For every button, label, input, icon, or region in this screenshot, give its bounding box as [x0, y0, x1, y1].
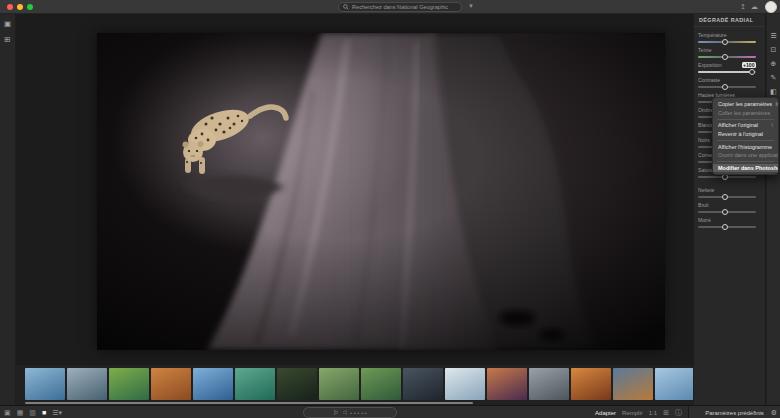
zoom-fit-button[interactable]: Adapter [595, 410, 616, 416]
slider-track[interactable] [698, 176, 756, 178]
slider-knob[interactable] [722, 84, 728, 90]
photo-grid-view-icon[interactable]: ▦ [17, 406, 24, 418]
filmstrip-thumbnails [25, 368, 693, 400]
filmstrip-thumbnail-lake-reflection[interactable] [529, 368, 569, 400]
crop-icon[interactable]: ⊡ [768, 44, 779, 55]
slider-track[interactable] [698, 226, 756, 228]
slider-label: Teinte [698, 47, 712, 53]
menu-divider [717, 119, 774, 120]
zoom-1-1-button[interactable]: 1:1 [649, 410, 657, 416]
search-input[interactable]: Recherchez dans National Geographic [338, 2, 462, 12]
filmstrip-thumbnail-iceberg-waterfall[interactable] [193, 368, 233, 400]
slider-knob[interactable] [722, 54, 728, 60]
rating-dot-2[interactable]: • [354, 408, 356, 418]
filmstrip-thumbnail-sunset-tree[interactable] [487, 368, 527, 400]
flag-rating-control: ⚐ ⚐ ••••• [303, 407, 397, 418]
slider-row-3: Contraste [694, 77, 765, 88]
filmstrip-thumbnail-desert-dunes[interactable] [151, 368, 191, 400]
detail-view-icon[interactable]: ■ [42, 406, 46, 418]
brush-icon[interactable]: ✎ [768, 72, 779, 83]
menu-item-afficher-histogramme[interactable]: Afficher l'histogramme [713, 142, 778, 151]
filmstrip-thumbnail-underwater-reef[interactable] [235, 368, 275, 400]
rating-dots[interactable]: ••••• [350, 408, 367, 418]
filmstrip-thumbnail-frosted-leaves[interactable] [445, 368, 485, 400]
menu-item-ouvrir-application: Ouvrir dans une application› [713, 151, 778, 160]
photo-leopard[interactable] [97, 33, 665, 350]
reject-flag-icon[interactable]: ⚐ [342, 408, 347, 418]
presets-button[interactable]: Paramètres prédéfinis [705, 410, 764, 416]
filmstrip-thumbnail-dark-ridge[interactable] [403, 368, 443, 400]
slider-track[interactable] [698, 86, 756, 88]
zoom-fill-button[interactable]: Remplir [622, 410, 643, 416]
slider-label: Netteté [698, 187, 714, 193]
left-rail: ▣⊞ [0, 14, 16, 405]
statusbar: ▣▦▥■☰▾ ⚐ ⚐ ••••• Adapter Remplir 1:1 ⊞ ⓘ… [0, 405, 780, 418]
minimize-button[interactable] [17, 4, 23, 10]
slider-value: +100 [742, 62, 756, 68]
rating-dot-4[interactable]: • [361, 408, 363, 418]
rating-dot-1[interactable]: • [350, 408, 352, 418]
menu-item-revenir-original[interactable]: Revenir à l'original [713, 130, 778, 139]
filmstrip-thumbnail-coastal-mountains[interactable] [67, 368, 107, 400]
info-icon[interactable]: ⓘ [675, 406, 682, 418]
filmstrip-thumbnail-dark-forest[interactable] [277, 368, 317, 400]
rating-dot-5[interactable]: • [365, 408, 367, 418]
linear-gradient-icon[interactable]: ◧ [768, 86, 779, 97]
pick-flag-icon[interactable]: ⚐ [333, 408, 338, 418]
close-button[interactable] [7, 4, 13, 10]
menu-item-copier-les-parametres[interactable]: Copier les paramètres⌘C [713, 100, 778, 109]
filmstrip-thumbnail-misty-valley[interactable] [319, 368, 359, 400]
slider-track[interactable] [698, 41, 756, 43]
presets-icon[interactable]: ⚙ [771, 406, 777, 418]
sort-icon[interactable]: ☰▾ [52, 406, 62, 418]
share-icon[interactable]: ↥ [740, 2, 746, 12]
slider-knob[interactable] [722, 224, 728, 230]
slider-track[interactable] [698, 71, 756, 73]
slider-knob[interactable] [722, 209, 728, 215]
edit-sliders-icon[interactable]: ☰ [768, 30, 779, 41]
slider-label: Exposition [698, 62, 722, 68]
edit-panel: DÉGRADÉ RADIAL TempératureTeinteExpositi… [693, 14, 765, 405]
filmstrip-scrollbar[interactable] [25, 402, 473, 404]
slider-label: Noirs [698, 137, 710, 143]
slider-label: Blancs [698, 122, 713, 128]
cloud-sync-icon[interactable]: ☁ [751, 2, 758, 12]
filmstrip-thumbnail-autumn-lake-valley[interactable] [613, 368, 653, 400]
filmstrip-thumbnail-orange-closeup[interactable] [571, 368, 611, 400]
filter-icon[interactable]: ▼ [468, 3, 474, 9]
grid-overlay-icon[interactable]: ⊞ [663, 406, 669, 418]
filmstrip-thumbnail-snowy-peaks[interactable] [655, 368, 693, 400]
slider-knob[interactable] [722, 39, 728, 45]
slider-track[interactable] [698, 211, 756, 213]
menu-divider [717, 161, 774, 162]
slider-knob[interactable] [722, 194, 728, 200]
account-avatar[interactable] [765, 1, 777, 13]
square-grid-view-icon[interactable]: ▥ [29, 406, 36, 418]
slider-row-2: Exposition+100 [694, 62, 765, 73]
slider-row-11: Bruit [694, 202, 765, 213]
menu-item-modifier-dans-photoshop[interactable]: Modifier dans Photoshop [713, 164, 778, 173]
filmstrip-thumbnail-mountain-meadow[interactable] [361, 368, 401, 400]
zoom-button[interactable] [27, 4, 33, 10]
add-photos-icon[interactable]: ▣ [4, 406, 11, 418]
healing-brush-icon[interactable]: ⊕ [768, 58, 779, 69]
view-switcher: ▣▦▥■☰▾ [4, 406, 62, 418]
menu-item-coller-les-parametres: Coller les paramètres [713, 109, 778, 118]
filmstrip [16, 365, 693, 405]
slider-track[interactable] [698, 196, 756, 198]
filmstrip-thumbnail-hummingbird[interactable] [109, 368, 149, 400]
menu-item-afficher-original[interactable]: Afficher l'original\ [713, 121, 778, 130]
slider-label: Contraste [698, 77, 720, 83]
search-icon [343, 4, 349, 10]
slider-row-0: Température [694, 32, 765, 43]
slider-label: Moiré [698, 217, 711, 223]
slider-track[interactable] [698, 56, 756, 58]
filmstrip-thumbnail-polar-bear-ice[interactable] [25, 368, 65, 400]
slider-label: Température [698, 32, 727, 38]
my-photos-icon[interactable]: ▣ [2, 18, 13, 29]
slider-knob[interactable] [749, 69, 755, 75]
presets-footer: Paramètres prédéfinis ⚙ [688, 406, 780, 418]
context-menu: Copier les paramètres⌘C Coller les param… [712, 97, 779, 175]
rating-dot-3[interactable]: • [357, 408, 359, 418]
grid-view-icon[interactable]: ⊞ [2, 34, 13, 45]
